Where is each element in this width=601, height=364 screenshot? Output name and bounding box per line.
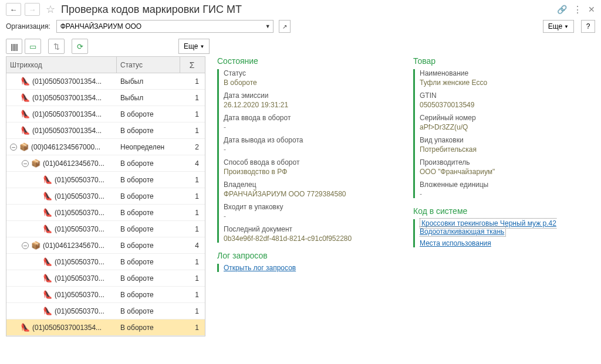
table-row[interactable]: 👠(01)05050370...В обороте1 [6,205,205,221]
table-row[interactable]: 👠(01)05050370...В обороте1 [6,254,205,270]
barcode-cell: (01)05050370... [55,225,104,233]
table-row[interactable]: 👠(01)05050370...В обороте1 [6,287,205,303]
table-row[interactable]: 👠(01)0505037001354...В обороте1 [6,123,205,139]
table-row[interactable]: 👠(01)05050370...В обороте1 [6,188,205,205]
column-header-sum[interactable]: Σ [180,57,204,73]
toolbar-more-button[interactable]: Еще▼ [178,39,210,54]
back-button[interactable]: ← [6,3,21,16]
link-icon[interactable]: 🔗 [557,5,567,14]
table-row[interactable]: –📦(00)0461234567000...Неопределен2 [6,139,205,155]
table-row[interactable]: 👠(01)0505037001354...Выбыл1 [6,73,205,90]
table-row[interactable]: 👠(01)05050370...В обороте1 [6,172,205,188]
serial-value: aPf>Dr3ZZ(u/Q [420,123,595,131]
barcode-table: Штрихкод Статус Σ 👠(01)0505037001354...В… [6,56,205,336]
nested-value: - [420,190,595,198]
more-button[interactable]: Еще▼ [543,20,574,33]
open-log-link[interactable]: Открыть лог запросов [224,264,296,272]
gtin-label: GTIN [420,91,595,100]
barcode-cell: (01)05050370... [55,274,104,283]
organization-dropdown-button[interactable]: ▼ [263,20,274,33]
log-section-title: Лог запросов [217,251,399,260]
sum-cell: 1 [180,258,204,266]
table-row[interactable]: 👠(01)0505037001354...В обороте1 [6,106,205,123]
barcode-cell: (01)0505037001354... [32,110,102,118]
status-cell: Выбыл [117,94,180,102]
barcode-cell: (01)05050370... [55,209,104,217]
box-icon: 📦 [31,241,40,250]
sum-cell: 1 [180,127,204,135]
box-icon: 📦 [31,159,40,168]
table-row[interactable]: 👠(01)05050370...В обороте1 [6,303,205,319]
eject-date-label: Дата вывода из оборота [224,136,399,144]
usage-places-link[interactable]: Места использования [420,239,491,247]
tree-toggle-icon[interactable]: – [22,242,29,249]
nested-label: Вложенные единицы [420,181,595,189]
kebab-menu-icon[interactable]: ⋮ [573,4,582,15]
sum-cell: 1 [180,274,204,283]
status-cell: В обороте [117,176,180,184]
producer-value: ООО "Франчайзариум" [420,168,595,176]
packtype-value: Потребительская [420,145,595,154]
column-header-status[interactable]: Статус [117,57,180,73]
barcode-cell: (01)05050370... [55,258,104,266]
packtype-label: Вид упаковки [420,136,595,144]
sum-cell: 1 [180,176,204,184]
inject-date-value: - [224,123,399,131]
sum-cell: 1 [180,94,204,102]
favorite-star-icon[interactable]: ☆ [46,3,55,16]
table-row[interactable]: 👠(01)0505037001354...В обороте1 [6,319,205,336]
status-cell: В обороте [117,127,180,135]
organization-label: Организация: [6,22,50,30]
barcode-cell: (01)05050370... [55,176,104,184]
status-cell: В обороте [117,192,180,200]
shoe-icon: 👠 [43,307,52,315]
table-row[interactable]: –📦(01)04612345670...В обороте4 [6,237,205,254]
table-row[interactable]: 👠(01)0505037001354...Выбыл1 [6,90,205,106]
status-cell: В обороте [117,307,180,315]
status-cell: В обороте [117,241,180,250]
help-button[interactable]: ? [581,20,595,33]
tree-toggle-icon[interactable]: – [10,144,17,151]
system-code-link[interactable]: Кроссовки трекинговые Черный муж р.42 Во… [420,218,556,237]
organization-input[interactable] [56,20,263,33]
sum-cell: 1 [180,307,204,315]
card-add-icon[interactable]: ▭ [25,39,41,54]
shoe-icon: 👠 [43,208,52,217]
table-row[interactable]: 👠(01)05050370...В обороте1 [6,270,205,287]
status-cell: В обороте [117,159,180,168]
table-row[interactable]: –📦(01)04612345670...В обороте4 [6,155,205,172]
product-name-value: Туфли женские Ecco [420,79,595,87]
serial-label: Серийный номер [420,114,595,122]
column-header-barcode[interactable]: Штрихкод [6,57,117,73]
refresh-icon[interactable]: ⟳ [72,39,88,54]
sum-cell: 1 [180,77,204,86]
sum-cell: 1 [180,225,204,233]
shoe-icon: 👠 [43,257,52,266]
close-icon[interactable]: ✕ [588,5,595,14]
shoe-icon: 👠 [21,126,30,135]
sum-cell: 1 [180,324,204,332]
product-name-label: Наименование [420,69,595,77]
barcode-cell: (01)05050370... [55,307,104,315]
shoe-icon: 👠 [21,110,30,118]
status-cell: В обороте [117,274,180,283]
sum-cell: 1 [180,209,204,217]
organization-open-button[interactable]: ↗ [279,20,291,33]
sort-icon[interactable]: ⇅ [48,39,65,54]
status-cell: В обороте [117,110,180,118]
shoe-icon: 👠 [43,224,52,233]
barcode-cell: (01)05050370... [55,291,104,299]
sum-cell: 2 [180,143,204,151]
sum-cell: 1 [180,110,204,118]
forward-button[interactable]: → [25,3,40,16]
state-section-title: Состояние [217,56,399,66]
table-row[interactable]: 👠(01)05050370...В обороте1 [6,221,205,237]
status-cell: В обороте [117,324,180,332]
tree-toggle-icon[interactable]: – [22,160,29,167]
emission-date-label: Дата эмиссии [224,91,399,100]
owner-value: ФРАНЧАЙЗАРИУМ ООО 7729384580 [224,190,399,198]
lastdoc-value: 0b34e96f-82df-481d-8214-c91c0f952280 [224,234,399,243]
emission-date-value: 26.12.2020 19:31:21 [224,101,399,109]
barcode-cell: (01)04612345670... [43,159,104,168]
barcode-icon[interactable]: ||||| [6,39,22,54]
